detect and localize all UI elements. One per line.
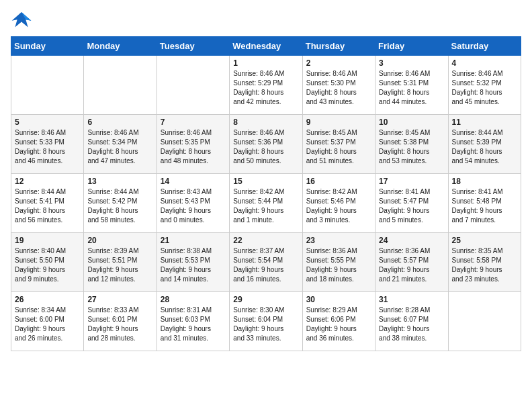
calendar-cell: 6Sunrise: 8:46 AM Sunset: 5:34 PM Daylig… bbox=[84, 115, 157, 174]
calendar-cell: 27Sunrise: 8:33 AM Sunset: 6:01 PM Dayli… bbox=[84, 292, 157, 351]
cell-content: Sunrise: 8:28 AM Sunset: 6:07 PM Dayligh… bbox=[379, 306, 444, 343]
logo bbox=[11, 11, 35, 30]
calendar-cell: 1Sunrise: 8:46 AM Sunset: 5:29 PM Daylig… bbox=[230, 56, 302, 115]
day-number: 31 bbox=[379, 295, 444, 304]
day-number: 26 bbox=[15, 295, 80, 304]
cell-content: Sunrise: 8:31 AM Sunset: 6:03 PM Dayligh… bbox=[161, 306, 226, 343]
day-number: 19 bbox=[15, 236, 80, 245]
calendar-cell: 23Sunrise: 8:36 AM Sunset: 5:55 PM Dayli… bbox=[302, 233, 375, 292]
cell-content: Sunrise: 8:46 AM Sunset: 5:34 PM Dayligh… bbox=[87, 128, 152, 166]
calendar-cell: 31Sunrise: 8:28 AM Sunset: 6:07 PM Dayli… bbox=[375, 292, 448, 351]
cell-content: Sunrise: 8:46 AM Sunset: 5:30 PM Dayligh… bbox=[306, 69, 371, 107]
calendar-cell: 12Sunrise: 8:44 AM Sunset: 5:41 PM Dayli… bbox=[11, 174, 84, 233]
calendar-cell: 30Sunrise: 8:29 AM Sunset: 6:06 PM Dayli… bbox=[302, 292, 375, 351]
calendar-cell bbox=[84, 56, 157, 115]
calendar-cell: 19Sunrise: 8:40 AM Sunset: 5:50 PM Dayli… bbox=[11, 233, 84, 292]
weekday-header-row: SundayMondayTuesdayWednesdayThursdayFrid… bbox=[11, 37, 521, 56]
cell-content: Sunrise: 8:35 AM Sunset: 5:58 PM Dayligh… bbox=[452, 246, 517, 284]
day-number: 9 bbox=[306, 118, 371, 127]
calendar-cell: 26Sunrise: 8:34 AM Sunset: 6:00 PM Dayli… bbox=[11, 292, 84, 351]
day-number: 2 bbox=[306, 58, 371, 68]
cell-content: Sunrise: 8:46 AM Sunset: 5:29 PM Dayligh… bbox=[233, 69, 298, 107]
day-number: 11 bbox=[452, 118, 517, 127]
day-number: 3 bbox=[379, 58, 444, 68]
page-header bbox=[11, 11, 521, 30]
cell-content: Sunrise: 8:34 AM Sunset: 6:00 PM Dayligh… bbox=[15, 306, 80, 343]
day-number: 15 bbox=[233, 177, 298, 186]
calendar-table: SundayMondayTuesdayWednesdayThursdayFrid… bbox=[11, 36, 521, 351]
cell-content: Sunrise: 8:41 AM Sunset: 5:47 PM Dayligh… bbox=[379, 187, 444, 225]
day-number: 24 bbox=[379, 236, 444, 245]
day-number: 6 bbox=[87, 118, 152, 127]
cell-content: Sunrise: 8:37 AM Sunset: 5:54 PM Dayligh… bbox=[233, 246, 298, 284]
calendar-week-row: 1Sunrise: 8:46 AM Sunset: 5:29 PM Daylig… bbox=[11, 56, 521, 115]
day-number: 10 bbox=[379, 118, 444, 127]
calendar-cell: 10Sunrise: 8:45 AM Sunset: 5:38 PM Dayli… bbox=[375, 115, 448, 174]
day-number: 4 bbox=[452, 58, 517, 68]
calendar-cell: 4Sunrise: 8:46 AM Sunset: 5:32 PM Daylig… bbox=[448, 56, 521, 115]
weekday-header-sunday: Sunday bbox=[11, 37, 84, 56]
day-number: 27 bbox=[87, 295, 152, 304]
calendar-cell: 24Sunrise: 8:36 AM Sunset: 5:57 PM Dayli… bbox=[375, 233, 448, 292]
calendar-cell: 2Sunrise: 8:46 AM Sunset: 5:30 PM Daylig… bbox=[302, 56, 375, 115]
cell-content: Sunrise: 8:42 AM Sunset: 5:44 PM Dayligh… bbox=[233, 187, 298, 225]
cell-content: Sunrise: 8:41 AM Sunset: 5:48 PM Dayligh… bbox=[452, 187, 517, 225]
calendar-week-row: 12Sunrise: 8:44 AM Sunset: 5:41 PM Dayli… bbox=[11, 174, 521, 233]
day-number: 7 bbox=[161, 118, 226, 127]
cell-content: Sunrise: 8:44 AM Sunset: 5:42 PM Dayligh… bbox=[87, 187, 152, 225]
cell-content: Sunrise: 8:30 AM Sunset: 6:04 PM Dayligh… bbox=[233, 306, 298, 343]
calendar-cell: 22Sunrise: 8:37 AM Sunset: 5:54 PM Dayli… bbox=[230, 233, 302, 292]
calendar-cell bbox=[448, 292, 521, 351]
logo-icon bbox=[11, 11, 32, 30]
day-number: 20 bbox=[87, 236, 152, 245]
calendar-cell: 5Sunrise: 8:46 AM Sunset: 5:33 PM Daylig… bbox=[11, 115, 84, 174]
day-number: 8 bbox=[233, 118, 298, 127]
calendar-week-row: 5Sunrise: 8:46 AM Sunset: 5:33 PM Daylig… bbox=[11, 115, 521, 174]
cell-content: Sunrise: 8:46 AM Sunset: 5:36 PM Dayligh… bbox=[233, 128, 298, 166]
weekday-header-monday: Monday bbox=[84, 37, 157, 56]
cell-content: Sunrise: 8:39 AM Sunset: 5:51 PM Dayligh… bbox=[87, 246, 152, 284]
day-number: 22 bbox=[233, 236, 298, 245]
weekday-header-saturday: Saturday bbox=[448, 37, 521, 56]
calendar-cell: 18Sunrise: 8:41 AM Sunset: 5:48 PM Dayli… bbox=[448, 174, 521, 233]
weekday-header-friday: Friday bbox=[375, 37, 448, 56]
cell-content: Sunrise: 8:36 AM Sunset: 5:57 PM Dayligh… bbox=[379, 246, 444, 284]
day-number: 5 bbox=[15, 118, 80, 127]
day-number: 14 bbox=[161, 177, 226, 186]
cell-content: Sunrise: 8:42 AM Sunset: 5:46 PM Dayligh… bbox=[306, 187, 371, 225]
cell-content: Sunrise: 8:44 AM Sunset: 5:41 PM Dayligh… bbox=[15, 187, 80, 225]
calendar-cell bbox=[157, 56, 229, 115]
calendar-cell: 11Sunrise: 8:44 AM Sunset: 5:39 PM Dayli… bbox=[448, 115, 521, 174]
cell-content: Sunrise: 8:29 AM Sunset: 6:06 PM Dayligh… bbox=[306, 306, 371, 343]
cell-content: Sunrise: 8:38 AM Sunset: 5:53 PM Dayligh… bbox=[161, 246, 226, 284]
day-number: 17 bbox=[379, 177, 444, 186]
calendar-cell: 13Sunrise: 8:44 AM Sunset: 5:42 PM Dayli… bbox=[84, 174, 157, 233]
day-number: 21 bbox=[161, 236, 226, 245]
weekday-header-wednesday: Wednesday bbox=[230, 37, 302, 56]
calendar-cell: 16Sunrise: 8:42 AM Sunset: 5:46 PM Dayli… bbox=[302, 174, 375, 233]
calendar-cell: 21Sunrise: 8:38 AM Sunset: 5:53 PM Dayli… bbox=[157, 233, 229, 292]
day-number: 28 bbox=[161, 295, 226, 304]
cell-content: Sunrise: 8:33 AM Sunset: 6:01 PM Dayligh… bbox=[87, 306, 152, 343]
day-number: 18 bbox=[452, 177, 517, 186]
calendar-cell: 14Sunrise: 8:43 AM Sunset: 5:43 PM Dayli… bbox=[157, 174, 229, 233]
calendar-cell: 20Sunrise: 8:39 AM Sunset: 5:51 PM Dayli… bbox=[84, 233, 157, 292]
weekday-header-tuesday: Tuesday bbox=[157, 37, 229, 56]
calendar-cell: 29Sunrise: 8:30 AM Sunset: 6:04 PM Dayli… bbox=[230, 292, 302, 351]
calendar-week-row: 26Sunrise: 8:34 AM Sunset: 6:00 PM Dayli… bbox=[11, 292, 521, 351]
day-number: 25 bbox=[452, 236, 517, 245]
cell-content: Sunrise: 8:46 AM Sunset: 5:35 PM Dayligh… bbox=[161, 128, 226, 166]
day-number: 23 bbox=[306, 236, 371, 245]
calendar-cell: 17Sunrise: 8:41 AM Sunset: 5:47 PM Dayli… bbox=[375, 174, 448, 233]
cell-content: Sunrise: 8:43 AM Sunset: 5:43 PM Dayligh… bbox=[161, 187, 226, 225]
cell-content: Sunrise: 8:36 AM Sunset: 5:55 PM Dayligh… bbox=[306, 246, 371, 284]
calendar-cell: 8Sunrise: 8:46 AM Sunset: 5:36 PM Daylig… bbox=[230, 115, 302, 174]
day-number: 13 bbox=[87, 177, 152, 186]
cell-content: Sunrise: 8:40 AM Sunset: 5:50 PM Dayligh… bbox=[15, 246, 80, 284]
cell-content: Sunrise: 8:46 AM Sunset: 5:32 PM Dayligh… bbox=[452, 69, 517, 107]
day-number: 1 bbox=[233, 58, 298, 68]
cell-content: Sunrise: 8:46 AM Sunset: 5:33 PM Dayligh… bbox=[15, 128, 80, 166]
calendar-cell: 3Sunrise: 8:46 AM Sunset: 5:31 PM Daylig… bbox=[375, 56, 448, 115]
calendar-cell: 25Sunrise: 8:35 AM Sunset: 5:58 PM Dayli… bbox=[448, 233, 521, 292]
calendar-cell: 9Sunrise: 8:45 AM Sunset: 5:37 PM Daylig… bbox=[302, 115, 375, 174]
